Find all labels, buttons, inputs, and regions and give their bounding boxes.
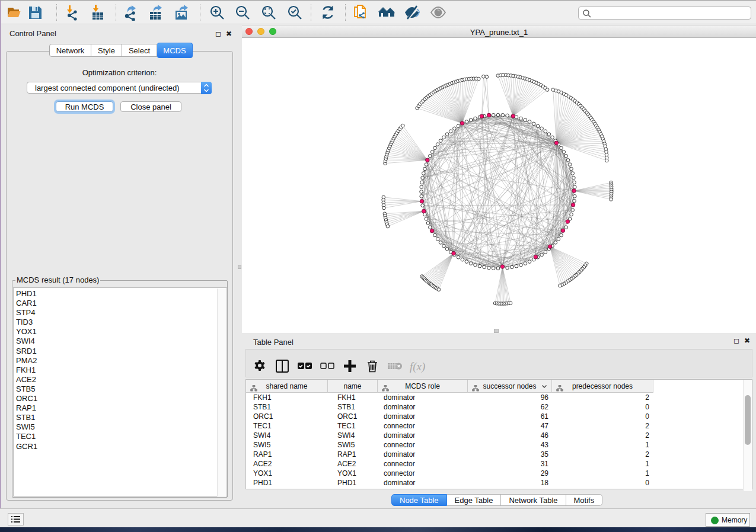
svg-text:f(x): f(x): [410, 360, 425, 373]
